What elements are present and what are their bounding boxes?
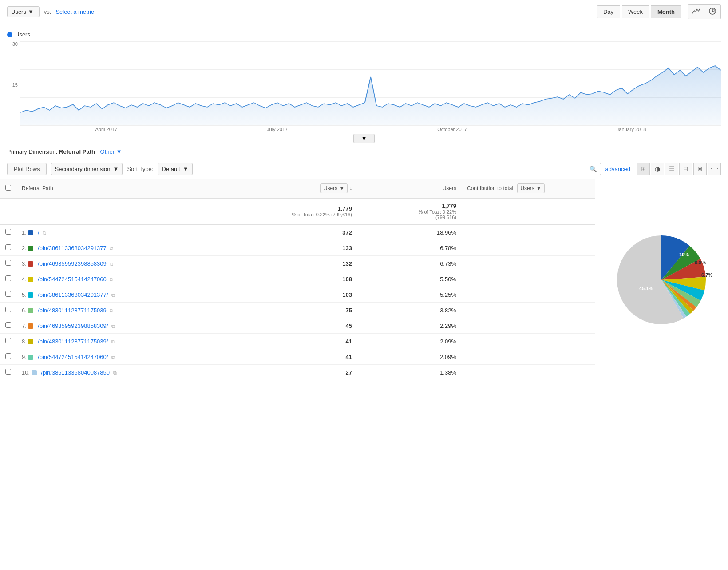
row-color-dot [28,261,33,267]
plot-rows-button[interactable]: Plot Rows [7,163,47,175]
row-path-cell: 5. /pin/386113368034291377/ ⧉ [16,287,194,303]
row-contribution [462,240,595,256]
period-week-button[interactable]: Week [622,5,649,18]
table-row: 1. / ⧉ 372 18.96% [0,224,595,240]
row-contribution [462,256,595,271]
line-chart-button[interactable] [688,4,704,19]
data-table: Referral Path Users ▼ ↓ Users [0,179,595,380]
path-link[interactable]: /pin/386113368034291377 [38,245,107,251]
row-pct: 2.09% [357,334,462,349]
copy-icon[interactable]: ⧉ [110,246,113,251]
path-link[interactable]: /pin/483011128771175039/ [38,338,108,345]
grid-view-icon[interactable]: ⊞ [637,163,650,175]
right-controls: Day Week Month [597,4,721,19]
contribution-label: Contribution to total: Users ▼ [467,183,590,193]
copy-icon[interactable]: ⧉ [110,261,113,267]
path-link[interactable]: /pin/483011128771175039 [38,307,107,314]
pie-label-green: 6.8% [695,260,706,265]
scatter-view-icon[interactable]: ⋮⋮ [708,163,721,175]
table-left: Referral Path Users ▼ ↓ Users [0,179,595,380]
row-users-value: 108 [194,271,357,287]
path-link[interactable]: /pin/544724515414247060/ [38,354,108,360]
row-contribution [462,287,595,303]
row-pct: 5.50% [357,271,462,287]
copy-icon[interactable]: ⧉ [110,308,113,313]
path-link[interactable]: /pin/469359592398858309/ [38,323,108,329]
row-color-dot [32,370,37,375]
pie-view-icon[interactable]: ◑ [651,163,664,175]
table-row: 9. /pin/544724515414247060/ ⧉ 41 2.09% [0,349,595,365]
path-link[interactable]: /pin/469359592398858309 [38,260,107,267]
row-path-cell: 2. /pin/386113368034291377 ⧉ [16,240,194,256]
copy-icon[interactable]: ⧉ [111,292,115,298]
total-label-cell [16,198,194,224]
row-users-value: 75 [194,303,357,318]
row-users-value: 27 [194,365,357,380]
sort-arrow[interactable]: ↓ [349,185,352,191]
row-users-value: 132 [194,256,357,271]
select-all-checkbox[interactable] [5,185,11,191]
total-pie-cell [462,198,595,224]
path-link[interactable]: /pin/386113368040087850 [41,369,110,376]
row-checkbox [0,303,16,318]
copy-icon[interactable]: ⧉ [43,230,46,235]
table-row: 6. /pin/483011128771175039 ⧉ 75 3.82% [0,303,595,318]
row-checkbox [0,240,16,256]
bar-view-icon[interactable]: ☰ [665,163,678,175]
copy-icon[interactable]: ⧉ [110,277,113,282]
line-chart-icon [692,8,700,14]
row-color-dot [28,355,33,360]
copy-icon[interactable]: ⧉ [111,339,115,344]
collapse-button[interactable]: ▼ [353,134,374,143]
search-box: 🔍 [506,163,601,175]
pivot-view-icon[interactable]: ⊟ [679,163,692,175]
path-link[interactable]: /pin/386113368034291377/ [38,291,108,298]
row-contribution [462,224,595,240]
row-checkbox [0,271,16,287]
row-contribution [462,349,595,365]
row-users-value: 41 [194,349,357,365]
path-link[interactable]: /pin/544724515414247060 [38,276,107,283]
contribution-dropdown[interactable]: Users ▼ [517,183,544,193]
chart-area: Users 30 15 [0,24,728,132]
row-pct: 6.73% [357,256,462,271]
table-row: 8. /pin/483011128771175039/ ⧉ 41 2.09% [0,334,595,349]
metric-dropdown[interactable]: Users ▼ [7,6,40,17]
row-path-cell: 7. /pin/469359592398858309/ ⧉ [16,318,194,334]
y-label-15: 15 [7,82,18,88]
referral-path-header: Referral Path [16,179,194,198]
copy-icon[interactable]: ⧉ [111,355,115,360]
table-row: 4. /pin/544724515414247060 ⧉ 108 5.50% [0,271,595,287]
row-path-cell: 4. /pin/544724515414247060 ⧉ [16,271,194,287]
users-col-dropdown[interactable]: Users ▼ [320,183,348,193]
period-day-button[interactable]: Day [597,5,620,18]
secondary-dimension-dropdown[interactable]: Secondary dimension ▼ [51,163,123,175]
other-link[interactable]: Other ▼ [100,148,122,155]
chevron-down-icon: ▼ [28,8,34,15]
row-checkbox [0,287,16,303]
search-input[interactable] [506,163,586,175]
total-checkbox-cell [0,198,16,224]
period-month-button[interactable]: Month [651,5,681,18]
total-row: 1,779 % of Total: 0.22% (799,616) 1,779 … [0,198,595,224]
copy-icon[interactable]: ⧉ [111,323,115,329]
row-color-dot [28,246,33,251]
legend-dot [7,32,12,37]
pie-label-blue: 19% [679,252,689,257]
row-path-cell: 9. /pin/544724515414247060/ ⧉ [16,349,194,365]
copy-icon[interactable]: ⧉ [113,370,117,375]
search-button[interactable]: 🔍 [586,163,601,175]
row-checkbox [0,318,16,334]
row-pct: 2.29% [357,318,462,334]
path-link[interactable]: / [38,229,40,236]
advanced-link[interactable]: advanced [605,166,630,172]
select-metric-link[interactable]: Select a metric [55,8,94,15]
chevron-down-icon: ▼ [339,185,344,191]
row-checkbox [0,349,16,365]
primary-dimension-label: Primary Dimension: [7,148,57,155]
pie-chart-button[interactable] [704,4,721,19]
sort-dropdown[interactable]: Default ▼ [158,163,192,175]
funnel-view-icon[interactable]: ⊠ [693,163,707,175]
total-value-cell: 1,779 % of Total: 0.22% (799,616) [194,198,357,224]
row-path-cell: 3. /pin/469359592398858309 ⧉ [16,256,194,271]
